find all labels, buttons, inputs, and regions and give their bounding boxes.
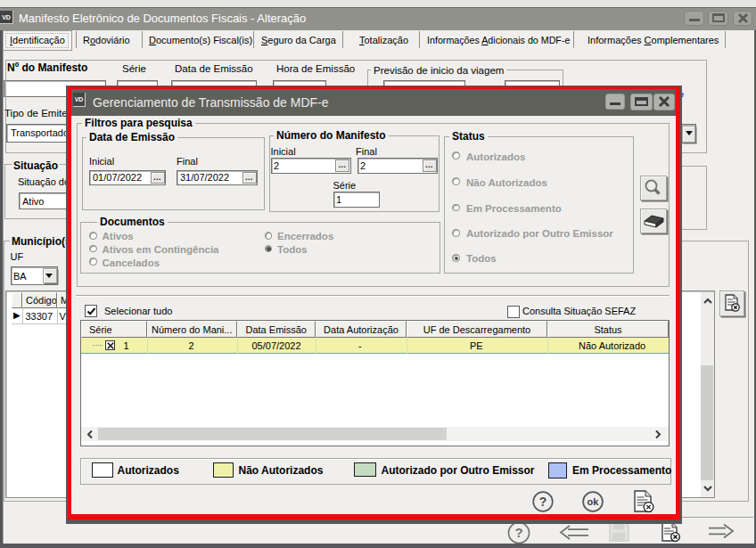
svg-text:?: ? [538, 495, 546, 509]
svg-text:ok: ok [588, 496, 600, 507]
svg-text:?: ? [514, 525, 522, 540]
